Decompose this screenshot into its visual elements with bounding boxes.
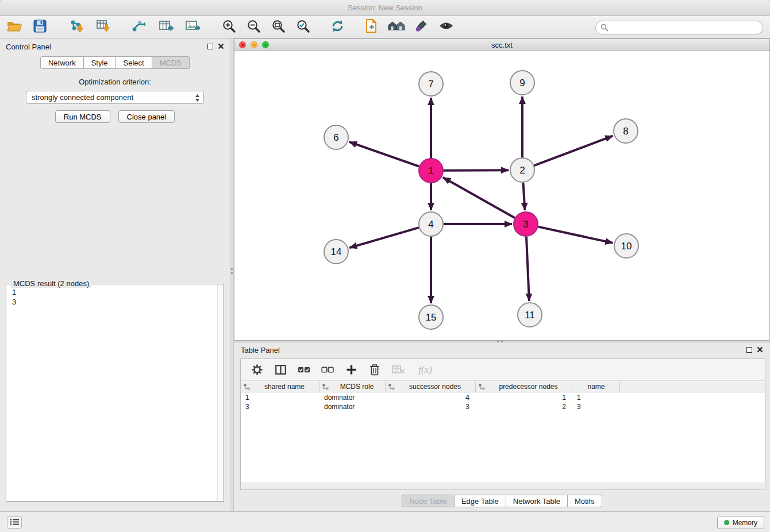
close-panel-button[interactable]: Close panel xyxy=(118,110,175,123)
close-table-panel-icon[interactable] xyxy=(757,346,763,354)
graph-node-10[interactable]: 10 xyxy=(614,234,638,258)
memory-button-label: Memory xyxy=(733,519,757,527)
cell-predecessor-nodes[interactable]: 1 xyxy=(476,393,572,402)
table-row[interactable]: 3 dominator 3 2 3 xyxy=(241,402,765,411)
cell-predecessor-nodes[interactable]: 2 xyxy=(476,402,572,411)
graph-node-6[interactable]: 6 xyxy=(324,125,348,149)
new-network-button[interactable] xyxy=(130,18,149,36)
graph-node-2[interactable]: 2 xyxy=(510,158,534,182)
select-all-columns-button[interactable] xyxy=(297,363,311,377)
delete-table-button-disabled[interactable] xyxy=(391,363,405,377)
result-item[interactable]: 3 xyxy=(12,297,211,307)
memory-button[interactable]: Memory xyxy=(717,516,764,529)
graph-node-11[interactable]: 11 xyxy=(518,303,542,327)
cell-shared-name[interactable]: 1 xyxy=(241,393,319,402)
save-session-button[interactable] xyxy=(30,18,49,36)
minimize-window-icon[interactable] xyxy=(251,41,257,48)
column-header-filler xyxy=(620,381,765,392)
graph-edge-3-10[interactable] xyxy=(538,227,613,243)
column-header-successor-nodes[interactable]: successor nodes xyxy=(386,381,476,392)
mcds-result-box: MCDS result (2 nodes) 1 3 xyxy=(6,284,224,502)
delete-column-button[interactable] xyxy=(368,363,382,377)
network-canvas[interactable]: 7968124314101511 xyxy=(234,51,769,340)
graph-node-14[interactable]: 14 xyxy=(324,240,348,264)
tab-edge-table[interactable]: Edge Table xyxy=(455,495,506,507)
table-settings-button[interactable] xyxy=(250,363,264,377)
graph-node-4[interactable]: 4 xyxy=(419,212,443,236)
column-header-shared-name[interactable]: shared name xyxy=(241,381,319,392)
show-graphics-button[interactable] xyxy=(436,18,456,36)
tab-style[interactable]: Style xyxy=(84,56,116,69)
tab-motifs[interactable]: Motifs xyxy=(568,495,602,507)
float-panel-icon[interactable] xyxy=(207,44,213,49)
refresh-icon xyxy=(330,19,345,36)
deselect-all-columns-button[interactable] xyxy=(321,363,334,377)
cell-mcds-role[interactable]: dominator xyxy=(319,393,386,402)
table-panel-header: Table Panel xyxy=(234,343,770,357)
graph-edge-3-11[interactable] xyxy=(526,237,529,301)
zoom-window-icon[interactable] xyxy=(262,41,269,48)
cell-name[interactable]: 3 xyxy=(572,402,620,411)
table-horizontal-scrollbar[interactable] xyxy=(241,483,765,489)
column-header-name[interactable]: name xyxy=(572,381,620,392)
control-panel: Control Panel Network Style Select MCDS … xyxy=(0,38,230,511)
zoom-out-button[interactable] xyxy=(244,18,263,36)
graph-node-1[interactable]: 1 xyxy=(419,159,443,183)
vertical-splitter[interactable] xyxy=(230,38,234,511)
column-header-mcds-role[interactable]: MCDS role xyxy=(319,381,386,392)
column-header-predecessor-nodes[interactable]: predecessor nodes xyxy=(476,381,572,392)
graph-edge-2-8[interactable] xyxy=(534,136,613,165)
open-session-button[interactable] xyxy=(5,18,24,36)
cell-mcds-role[interactable]: dominator xyxy=(319,402,386,411)
export-image-button[interactable] xyxy=(183,18,202,36)
result-item[interactable]: 1 xyxy=(12,287,211,297)
graph-edge-1-6[interactable] xyxy=(349,142,419,167)
result-scrollbar[interactable] xyxy=(217,284,224,501)
style-button[interactable] xyxy=(411,18,431,36)
cell-successor-nodes[interactable]: 4 xyxy=(386,393,476,402)
graph-node-8[interactable]: 8 xyxy=(614,119,638,143)
export-document-button[interactable] xyxy=(362,18,382,36)
tab-network[interactable]: Network xyxy=(40,56,84,69)
apply-layout-button[interactable] xyxy=(328,18,347,36)
home-button[interactable] xyxy=(387,18,406,36)
task-history-button[interactable] xyxy=(7,516,22,529)
criterion-dropdown[interactable]: strongly connected component xyxy=(26,91,204,104)
close-window-icon[interactable] xyxy=(239,41,246,48)
graph-edge-2-3[interactable] xyxy=(523,183,525,210)
cell-name[interactable]: 1 xyxy=(572,393,620,402)
tab-network-table[interactable]: Network Table xyxy=(506,495,568,507)
tab-style-label: Style xyxy=(91,59,108,67)
graph-edge-1-2[interactable] xyxy=(444,170,509,171)
zoom-in-button[interactable] xyxy=(219,18,238,36)
zoom-fit-button[interactable] xyxy=(268,18,288,36)
tab-select[interactable]: Select xyxy=(116,56,152,69)
run-mcds-button[interactable]: Run MCDS xyxy=(55,110,110,123)
close-panel-icon[interactable] xyxy=(218,43,224,51)
graph-node-3[interactable]: 3 xyxy=(514,212,538,236)
tab-node-table[interactable]: Node Table xyxy=(402,495,455,507)
cell-shared-name[interactable]: 3 xyxy=(241,402,319,411)
zoom-out-icon xyxy=(247,19,261,36)
column-type-icon xyxy=(479,384,485,390)
graph-node-15[interactable]: 15 xyxy=(419,305,443,329)
add-column-button[interactable] xyxy=(344,363,358,377)
import-table-button[interactable] xyxy=(94,18,113,36)
float-table-panel-icon[interactable] xyxy=(746,347,752,353)
search-input[interactable] xyxy=(595,21,763,34)
new-table-button[interactable] xyxy=(156,18,176,36)
import-network-button[interactable] xyxy=(67,18,86,36)
function-builder-button[interactable]: f(x) xyxy=(415,363,436,377)
graph-edge-4-14[interactable] xyxy=(349,228,419,248)
graph-node-9[interactable]: 9 xyxy=(510,71,534,95)
table-row[interactable]: 1 dominator 4 1 1 xyxy=(241,393,765,402)
image-icon xyxy=(185,19,201,35)
mcds-result-list: 1 3 xyxy=(6,284,217,501)
show-columns-button[interactable] xyxy=(274,363,287,377)
graph-edge-3-1[interactable] xyxy=(443,178,515,218)
cell-successor-nodes[interactable]: 3 xyxy=(386,402,476,411)
svg-text:15: 15 xyxy=(426,312,437,323)
zoom-selected-button[interactable] xyxy=(293,18,313,36)
tab-mcds[interactable]: MCDS xyxy=(152,56,190,69)
graph-node-7[interactable]: 7 xyxy=(419,72,443,96)
